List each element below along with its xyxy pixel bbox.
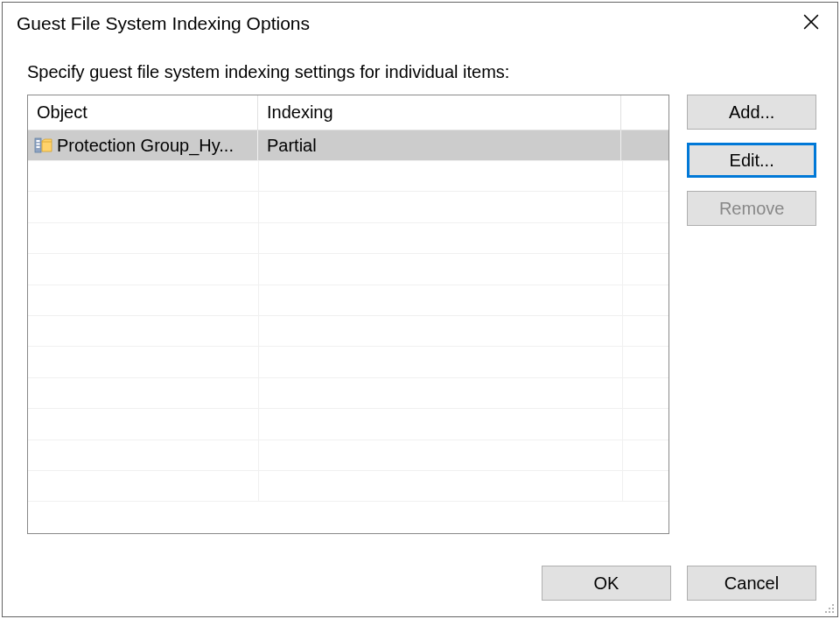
table-row — [28, 161, 668, 192]
remove-button[interactable]: Remove — [687, 191, 816, 226]
svg-point-11 — [832, 611, 834, 613]
bottom-button-panel: OK Cancel — [542, 566, 816, 601]
protection-group-icon — [33, 137, 52, 154]
cell-object-text: Protection Group_Hy... — [57, 136, 234, 156]
table-row — [28, 223, 668, 254]
table-header: Object Indexing — [28, 95, 668, 130]
column-header-spacer — [621, 95, 668, 130]
edit-button[interactable]: Edit... — [687, 143, 816, 178]
column-header-indexing[interactable]: Indexing — [258, 95, 621, 130]
main-area: Object Indexing — [27, 95, 816, 534]
close-button[interactable] — [785, 3, 837, 41]
table-body: Protection Group_Hy... Partial — [28, 130, 668, 533]
side-button-panel: Add... Edit... Remove — [687, 95, 816, 534]
close-icon — [803, 14, 819, 30]
table-row — [28, 378, 668, 409]
instruction-text: Specify guest file system indexing setti… — [27, 62, 816, 82]
add-button[interactable]: Add... — [687, 95, 816, 130]
table-row — [28, 409, 668, 440]
cancel-button[interactable]: Cancel — [687, 566, 816, 601]
ok-button[interactable]: OK — [542, 566, 671, 601]
svg-rect-3 — [37, 140, 40, 142]
indexing-table[interactable]: Object Indexing — [27, 95, 669, 534]
table-row — [28, 316, 668, 347]
column-header-object[interactable]: Object — [28, 95, 258, 130]
window-title: Guest File System Indexing Options — [17, 13, 310, 34]
svg-point-7 — [829, 608, 830, 609]
svg-rect-4 — [37, 144, 40, 145]
table-row — [28, 440, 668, 471]
resize-grip-icon[interactable] — [822, 601, 836, 615]
svg-point-9 — [825, 611, 827, 613]
table-row — [28, 471, 668, 502]
svg-point-6 — [832, 604, 834, 606]
table-row — [28, 254, 668, 285]
content-area: Specify guest file system indexing setti… — [3, 45, 837, 616]
table-row — [28, 285, 668, 316]
cell-spacer — [621, 130, 668, 160]
dialog-window: Guest File System Indexing Options Speci… — [2, 2, 838, 617]
table-row — [28, 347, 668, 377]
cell-indexing: Partial — [258, 130, 621, 160]
titlebar: Guest File System Indexing Options — [3, 3, 837, 45]
svg-point-10 — [829, 611, 830, 613]
svg-point-8 — [832, 608, 834, 609]
svg-rect-5 — [37, 146, 40, 148]
table-row[interactable]: Protection Group_Hy... Partial — [28, 130, 668, 161]
cell-object: Protection Group_Hy... — [28, 130, 258, 160]
table-row — [28, 192, 668, 222]
